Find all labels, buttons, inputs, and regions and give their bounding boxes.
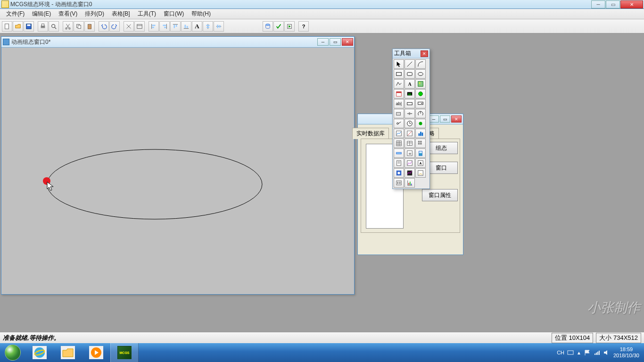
tb-paste-icon[interactable]: [84, 21, 95, 32]
tb-align-right-icon[interactable]: [159, 21, 170, 32]
tool-line-icon[interactable]: [405, 59, 415, 69]
tool-table-icon[interactable]: [405, 139, 415, 148]
svg-rect-83: [407, 161, 413, 166]
svg-rect-101: [568, 351, 573, 354]
drawing-maximize-button[interactable]: ▭: [330, 38, 341, 46]
panel-tab-database[interactable]: 实时数据库: [352, 128, 389, 139]
taskbar-mcgs[interactable]: MCGS: [110, 343, 139, 362]
tb-align-top-icon[interactable]: [170, 21, 181, 32]
tool-bar-icon[interactable]: [415, 129, 426, 138]
menu-edit[interactable]: 编辑(E): [28, 9, 55, 19]
tb-save-icon[interactable]: [24, 21, 34, 32]
taskbar-mediaplayer[interactable]: [82, 343, 110, 362]
tb-preview-icon[interactable]: [49, 21, 59, 32]
tool-polyline-icon[interactable]: [394, 79, 404, 89]
toolbox-palette[interactable]: 工具箱 ✕ A 88 ab|: [392, 49, 430, 189]
taskbar-ie[interactable]: [25, 343, 54, 362]
tb-undo-icon[interactable]: [99, 21, 109, 32]
tool-curve-icon[interactable]: [405, 168, 415, 178]
tool-button-icon[interactable]: [394, 109, 404, 118]
tool-dropdown-icon[interactable]: [415, 99, 426, 108]
drawing-window-titlebar[interactable]: 动画组态窗口0* ─ ▭ ✕: [1, 37, 354, 48]
tool-display-icon[interactable]: [405, 99, 415, 108]
tb-properties-icon[interactable]: [124, 21, 134, 32]
tool-gauge-icon[interactable]: [415, 168, 426, 178]
tool-rectangle-icon[interactable]: [394, 69, 404, 79]
tool-led-icon[interactable]: [415, 119, 426, 128]
tray-chevron-up-icon[interactable]: ▲: [577, 350, 581, 355]
tb-new-icon[interactable]: [2, 21, 12, 32]
panel-btn-winprops[interactable]: 窗口属性: [422, 189, 458, 201]
menubar: 文件(F) 编辑(E) 查看(V) 排列(D) 表格[B] 工具(T) 窗口(W…: [0, 9, 644, 19]
tool-xy-icon[interactable]: [405, 129, 415, 138]
menu-table[interactable]: 表格[B]: [108, 9, 134, 19]
menu-file[interactable]: 文件(F): [2, 9, 28, 19]
menu-arrange[interactable]: 排列(D): [81, 9, 108, 19]
taskbar-explorer[interactable]: [54, 343, 82, 362]
tool-ellipse-icon[interactable]: [415, 69, 426, 79]
tb-print-icon[interactable]: [38, 21, 48, 32]
tool-slider-icon[interactable]: [405, 109, 415, 118]
tool-tank-icon[interactable]: [415, 148, 426, 158]
tool-digit-icon[interactable]: 88: [405, 89, 415, 99]
tool-pointer-icon[interactable]: [394, 59, 404, 69]
tool-report-icon[interactable]: [394, 158, 404, 168]
start-button[interactable]: [0, 343, 25, 362]
tb-copy-icon[interactable]: [74, 21, 84, 32]
tray-clock[interactable]: 18:59 2018/10/30: [613, 346, 639, 359]
tray-network-icon[interactable]: [594, 349, 600, 356]
panel-close-button[interactable]: ✕: [451, 115, 462, 123]
tool-alarm-icon[interactable]: A: [415, 158, 426, 168]
tb-cut-icon[interactable]: [63, 21, 73, 32]
panel-minimize-button[interactable]: ─: [429, 115, 439, 123]
tool-animation-icon[interactable]: [394, 168, 404, 178]
tool-chart-icon[interactable]: [405, 178, 415, 188]
tool-valve-icon[interactable]: ⊞: [405, 148, 415, 158]
tool-grid-icon[interactable]: [394, 139, 404, 148]
tool-input-icon[interactable]: ab|: [394, 99, 404, 108]
panel-maximize-button[interactable]: ▭: [440, 115, 450, 123]
drawing-close-button[interactable]: ✕: [342, 38, 353, 46]
tray-ime-label[interactable]: CH: [557, 350, 564, 355]
tool-switch-icon[interactable]: [394, 119, 404, 128]
tool-roundrect-icon[interactable]: [405, 69, 415, 79]
tb-font-icon[interactable]: A: [192, 21, 202, 32]
menu-help[interactable]: 帮助(H): [188, 9, 215, 19]
tb-check-icon[interactable]: [273, 21, 284, 32]
tb-open-icon[interactable]: [13, 21, 23, 32]
tray-volume-icon[interactable]: [603, 349, 610, 356]
tool-knob-icon[interactable]: [415, 109, 426, 118]
tb-run-icon[interactable]: [284, 21, 295, 32]
tool-arc-icon[interactable]: [415, 59, 426, 69]
drawing-canvas[interactable]: [1, 48, 354, 294]
menu-view[interactable]: 查看(V): [55, 9, 81, 19]
tool-bitmap-icon[interactable]: [415, 79, 426, 89]
tb-window-icon[interactable]: [134, 21, 145, 32]
tool-pipe-icon[interactable]: [394, 148, 404, 158]
tool-matrix-icon[interactable]: [415, 139, 426, 148]
tb-align-bottom-icon[interactable]: [181, 21, 191, 32]
tb-redo-icon[interactable]: [109, 21, 120, 32]
maximize-button[interactable]: ▭: [606, 0, 620, 8]
tool-text-icon[interactable]: A: [405, 79, 415, 89]
tool-lamp-icon[interactable]: [415, 89, 426, 99]
tool-component-icon[interactable]: [394, 178, 404, 188]
tb-align-left-icon[interactable]: [149, 21, 159, 32]
tool-clock-icon[interactable]: [405, 119, 415, 128]
toolbox-titlebar[interactable]: 工具箱 ✕: [393, 49, 429, 58]
tb-help-icon[interactable]: ?: [298, 21, 309, 32]
tb-db-icon[interactable]: [263, 21, 273, 32]
tray-keyboard-icon[interactable]: [567, 349, 574, 356]
menu-window[interactable]: 窗口(W): [160, 9, 188, 19]
tb-align-hcenter-icon[interactable]: [203, 21, 213, 32]
menu-tools[interactable]: 工具(T): [134, 9, 160, 19]
tray-flag-icon[interactable]: [584, 349, 591, 356]
close-button[interactable]: ✕: [620, 0, 643, 8]
tb-align-vcenter-icon[interactable]: [214, 21, 224, 32]
tool-datetime-icon[interactable]: [394, 89, 404, 99]
minimize-button[interactable]: ─: [591, 0, 605, 8]
tool-trend-icon[interactable]: [394, 129, 404, 138]
toolbox-close-button[interactable]: ✕: [421, 50, 428, 57]
tool-history-icon[interactable]: [405, 158, 415, 168]
drawing-minimize-button[interactable]: ─: [317, 38, 329, 46]
